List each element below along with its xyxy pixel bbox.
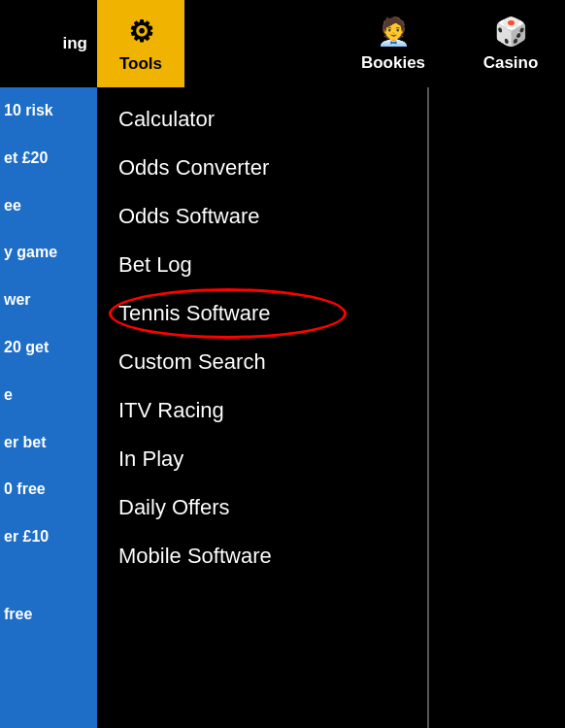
- right-separator: [427, 87, 429, 728]
- menu-item-tennis-software[interactable]: Tennis Software: [97, 289, 427, 338]
- menu-item-itv-racing[interactable]: ITV Racing: [97, 386, 427, 435]
- nav-item-casino[interactable]: 🎲 Casino: [456, 0, 565, 87]
- sidebar-item-1: et £20: [0, 135, 97, 182]
- casino-icon: 🎲: [494, 16, 528, 48]
- sidebar-item-4: wer: [0, 277, 97, 324]
- menu-item-odds-software[interactable]: Odds Software: [97, 192, 427, 241]
- nav-item-bookies[interactable]: 🧑‍💼 Bookies: [330, 0, 456, 87]
- menu-item-calculator[interactable]: Calculator: [97, 95, 427, 144]
- nav-item-partial-left[interactable]: ing: [0, 0, 97, 87]
- casino-label: Casino: [483, 53, 539, 73]
- sidebar-item-0: 10 risk: [0, 87, 97, 135]
- free-label: free: [0, 595, 74, 633]
- tools-icon: ⚙: [128, 15, 154, 49]
- menu-item-odds-converter[interactable]: Odds Converter: [97, 144, 427, 192]
- menu-item-bet-log[interactable]: Bet Log: [97, 241, 427, 289]
- sidebar-item-7: er bet: [0, 419, 97, 467]
- menu-item-in-play[interactable]: In Play: [97, 435, 427, 483]
- bookies-icon: 🧑‍💼: [377, 16, 411, 48]
- sidebar-item-9: er £10: [0, 513, 97, 561]
- sidebar-item-3: y game: [0, 229, 97, 277]
- nav-bar: ing ⚙ Tools 🧑‍💼 Bookies 🎲 Casino: [0, 0, 565, 87]
- sidebar-item-2: ee: [0, 182, 97, 230]
- sidebar-item-8: 0 free: [0, 466, 97, 513]
- sidebar-item-5: 20 get: [0, 324, 97, 372]
- nav-partial-label: ing: [63, 34, 88, 53]
- bookies-label: Bookies: [361, 53, 425, 73]
- menu-item-mobile-software[interactable]: Mobile Software: [97, 532, 427, 580]
- tools-dropdown: Calculator Odds Converter Odds Software …: [97, 87, 427, 588]
- sidebar-item-6: e: [0, 372, 97, 419]
- tools-label: Tools: [119, 54, 162, 74]
- menu-item-custom-search[interactable]: Custom Search: [97, 338, 427, 386]
- menu-item-daily-offers[interactable]: Daily Offers: [97, 483, 427, 532]
- nav-item-tools[interactable]: ⚙ Tools: [97, 0, 184, 87]
